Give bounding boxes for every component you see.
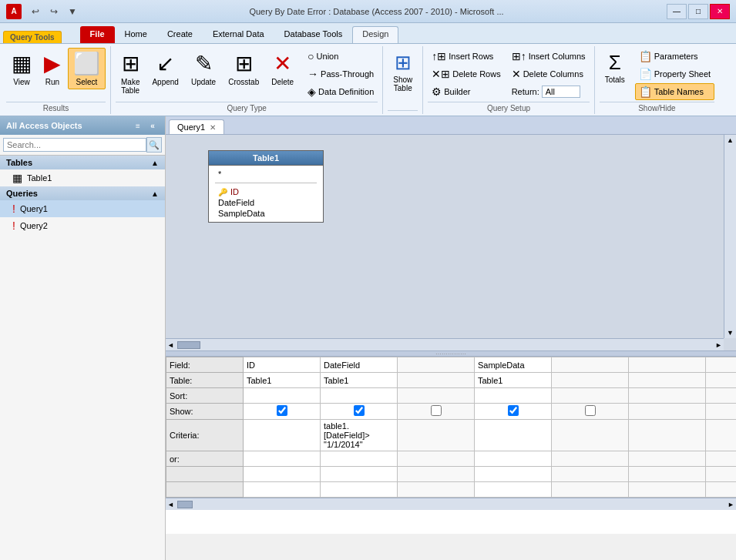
grid-cell-extra2-4[interactable] [475,482,552,498]
grid-cell-sort-sampledata[interactable] [475,388,552,404]
tables-section-header[interactable]: Tables ▲ [0,156,165,169]
sidebar-item-query2[interactable]: ! Query2 [0,217,165,234]
scroll-left-arrow[interactable]: ◄ [166,340,176,350]
grid-cell-sort-empty4[interactable] [706,388,737,404]
parameters-button[interactable]: 📋 Parameters [635,48,714,65]
grid-cell-field-sampledata[interactable]: SampleData [475,357,552,373]
search-input[interactable] [3,138,146,152]
canvas-scrollbar-v[interactable]: ▲ ▼ [724,135,736,338]
insert-rows-button[interactable]: ↑⊞ Insert Rows [428,48,504,65]
close-button[interactable]: ✕ [710,4,730,19]
grid-cell-field-datefield[interactable]: DateField [321,357,398,373]
grid-cell-table-empty3[interactable] [629,373,706,388]
grid-cell-extra2-2[interactable] [321,482,398,498]
grid-cell-field-empty4[interactable] [706,357,737,373]
delete-rows-button[interactable]: ✕⊞ Delete Rows [428,65,504,82]
tab-design[interactable]: Design [352,26,398,43]
grid-cell-extra2-7[interactable] [706,482,737,498]
grid-cell-sort-empty2[interactable] [552,388,629,404]
scroll-thumb-h[interactable] [177,341,200,349]
maximize-button[interactable]: □ [688,4,708,19]
field-sampledata[interactable]: SampleData [215,208,317,219]
tab-home[interactable]: Home [115,26,157,43]
grid-cell-table-empty4[interactable] [706,373,737,388]
tab-query1-close[interactable]: ✕ [210,123,216,132]
sidebar-collapse-button[interactable]: « [146,119,159,132]
qat-dropdown-button[interactable]: ▼ [65,4,80,19]
grid-cell-criteria-datefield[interactable]: table1.[DateField]> "1/1/2014" [321,420,398,451]
undo-button[interactable]: ↩ [28,4,43,19]
show-checkbox-empty2[interactable] [585,405,596,416]
table-names-button[interactable]: 📋 Table Names [635,83,714,100]
delete-button[interactable]: ✕ Delete [266,48,299,89]
grid-cell-or-empty4[interactable] [706,451,737,467]
grid-scroll-left[interactable]: ◄ [166,499,176,510]
grid-cell-sort-empty3[interactable] [629,388,706,404]
return-input[interactable] [542,86,580,98]
field-id[interactable]: 🔑 ID [215,186,317,197]
grid-cell-table-sampledata[interactable]: Table1 [475,373,552,388]
tab-file[interactable]: File [80,26,115,43]
grid-cell-extra1-3[interactable] [398,467,475,482]
grid-cell-or-empty2[interactable] [552,451,629,467]
grid-cell-extra2-6[interactable] [629,482,706,498]
grid-cell-criteria-empty3[interactable] [629,420,706,451]
tab-database-tools[interactable]: Database Tools [274,26,353,43]
crosstab-button[interactable]: ⊞ Crosstab [223,48,264,89]
grid-cell-criteria-empty2[interactable] [552,420,629,451]
redo-button[interactable]: ↪ [46,4,62,19]
grid-cell-criteria-id[interactable] [244,420,321,451]
grid-cell-field-empty1[interactable] [398,357,475,373]
grid-cell-show-id[interactable] [244,404,321,420]
run-button[interactable]: ▶ Run [39,48,66,89]
grid-cell-extra1-1[interactable] [244,467,321,482]
tab-create[interactable]: Create [157,26,203,43]
sidebar-menu-button[interactable]: ≡ [132,119,144,132]
grid-cell-sort-id[interactable] [244,388,321,404]
grid-cell-field-id[interactable]: ID [244,357,321,373]
grid-cell-field-empty2[interactable] [552,357,629,373]
field-datefield[interactable]: DateField [215,197,317,208]
grid-cell-show-empty3[interactable] [629,404,706,420]
grid-cell-extra1-5[interactable] [552,467,629,482]
grid-cell-extra1-2[interactable] [321,467,398,482]
delete-columns-button[interactable]: ✕ Delete Columns [508,65,590,82]
tab-external-data[interactable]: External Data [203,26,274,43]
queries-section-header[interactable]: Queries ▲ [0,186,165,200]
grid-scroll-right[interactable]: ► [726,499,736,510]
grid-cell-extra1-7[interactable] [706,467,737,482]
canvas-scrollbar-h[interactable]: ◄ ► [166,338,724,350]
data-definition-button[interactable]: ◈ Data Definition [304,83,378,100]
insert-columns-button[interactable]: ⊞↑ Insert Columns [508,48,590,65]
show-checkbox-datefield[interactable] [354,405,365,416]
grid-cell-extra2-1[interactable] [244,482,321,498]
pass-through-button[interactable]: → Pass-Through [304,65,378,82]
show-checkbox-sampledata[interactable] [508,405,519,416]
grid-cell-show-sampledata[interactable] [475,404,552,420]
scroll-down-arrow[interactable]: ▼ [725,327,735,338]
tab-query1[interactable]: Query1 ✕ [169,119,224,134]
select-button[interactable]: ⬜ Select [68,48,106,89]
make-table-button[interactable]: ⊞ MakeTable [116,48,145,98]
grid-cell-extra1-4[interactable] [475,467,552,482]
append-button[interactable]: ↙ Append [146,48,183,89]
builder-button[interactable]: ⚙ Builder [428,83,504,100]
grid-cell-extra1-6[interactable] [629,467,706,482]
sidebar-item-table1[interactable]: ▦ Table1 [0,169,165,186]
grid-cell-field-empty3[interactable] [629,357,706,373]
grid-cell-criteria-sampledata[interactable] [475,420,552,451]
grid-cell-or-empty1[interactable] [398,451,475,467]
grid-cell-or-empty3[interactable] [629,451,706,467]
grid-cell-or-datefield[interactable] [321,451,398,467]
sidebar-item-query1[interactable]: ! Query1 [0,200,165,217]
show-checkbox-id[interactable] [277,405,287,416]
grid-cell-sort-datefield[interactable] [321,388,398,404]
splitter[interactable]: ⋯⋯⋯⋯⋯ [166,350,736,357]
grid-scroll-thumb[interactable] [177,501,193,508]
scroll-right-arrow[interactable]: ► [714,340,724,350]
scroll-up-arrow[interactable]: ▲ [725,135,735,146]
show-checkbox-empty1[interactable] [431,405,442,416]
grid-cell-show-datefield[interactable] [321,404,398,420]
update-button[interactable]: ✎ Update [186,48,221,89]
minimize-button[interactable]: — [667,4,687,19]
